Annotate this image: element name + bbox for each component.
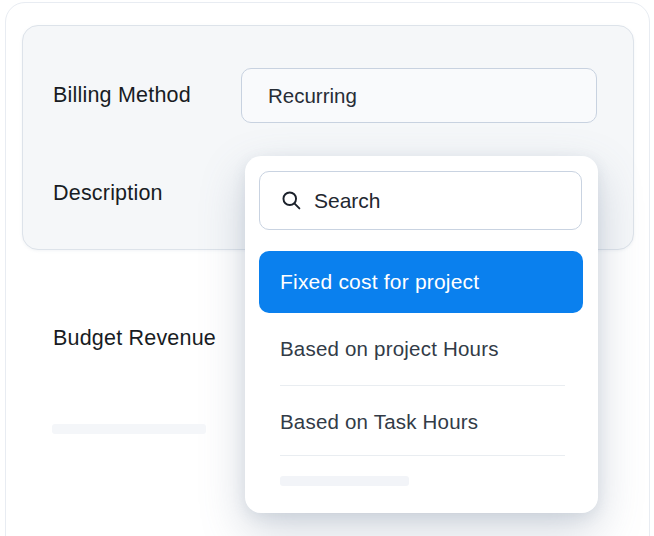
description-dropdown-menu: Fixed cost for project Based on project … [245,156,598,513]
billing-method-label: Billing Method [53,83,191,108]
billing-method-select[interactable]: Recurring [241,68,597,123]
skeleton-bar [52,424,206,434]
dropdown-search-input[interactable] [312,188,556,214]
billing-settings-screen: Billing Method Recurring Description Fix… [0,0,654,536]
dropdown-option-label: Fixed cost for project [280,270,479,294]
budget-revenue-label: Budget Revenue [53,326,216,351]
dropdown-option-project-hours[interactable]: Based on project Hours [245,313,598,385]
search-icon [281,190,302,211]
dropdown-option-label: Based on project Hours [280,337,499,361]
dropdown-divider [280,455,565,456]
billing-method-value: Recurring [268,84,357,108]
dropdown-option-label: Based on Task Hours [280,410,478,434]
description-label: Description [53,181,163,206]
dropdown-search-box[interactable] [259,171,582,230]
dropdown-option-fixed-cost[interactable]: Fixed cost for project [259,251,583,313]
skeleton-bar [280,476,409,486]
dropdown-option-task-hours[interactable]: Based on Task Hours [245,386,598,458]
